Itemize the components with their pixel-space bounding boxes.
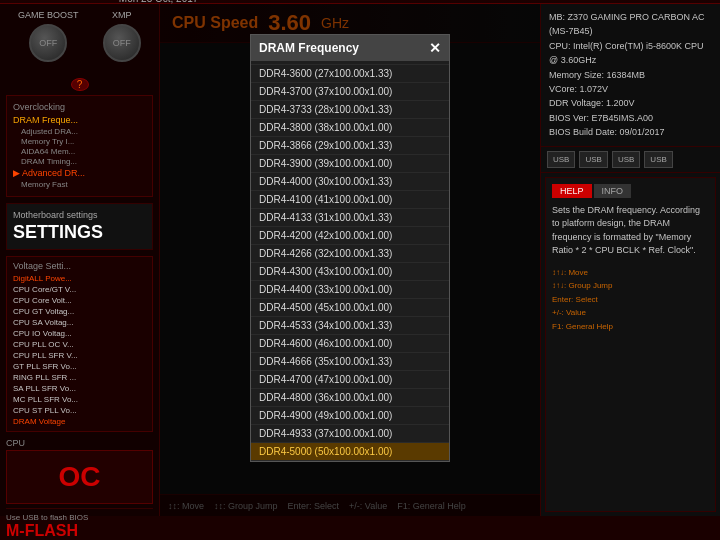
dram-modal-header: DRAM Frequency ✕ xyxy=(251,35,449,61)
cpu-sa-volt-item[interactable]: CPU SA Voltag... xyxy=(13,317,146,328)
dram-list-item[interactable]: DDR4-3733 (28x100.00x1.33) xyxy=(251,101,449,119)
help-keys-section: ↕↑↓: Move ↕↑↓: Group Jump Enter: Select … xyxy=(552,266,709,334)
dram-voltage-item[interactable]: DRAM Voltage xyxy=(13,416,146,427)
dram-list-item[interactable]: DDR4-4266 (32x100.00x1.33) xyxy=(251,245,449,263)
game-boost-label: GAME BOOST xyxy=(18,10,79,20)
memory-fast-item[interactable]: Memory Fast xyxy=(13,180,146,189)
cpu-pll-oc-item[interactable]: CPU PLL OC V... xyxy=(13,339,146,350)
dram-list-item[interactable]: DDR4-4100 (41x100.00x1.00) xyxy=(251,191,449,209)
dram-list-item[interactable]: DDR4-4200 (42x100.00x1.00) xyxy=(251,227,449,245)
help-tab[interactable]: HELP xyxy=(552,184,592,198)
left-sidebar: GAME BOOST OFF XMP OFF ? Overclocking DR… xyxy=(0,4,160,516)
key-group: ↕↑↓: Group Jump xyxy=(552,279,709,293)
help-tabs: HELP INFO xyxy=(552,184,709,198)
key-f1: F1: General Help xyxy=(552,320,709,334)
dram-list-item[interactable]: DDR4-4000 (30x100.00x1.33) xyxy=(251,173,449,191)
dram-list-item[interactable]: DDR4-4500 (45x100.00x1.00) xyxy=(251,299,449,317)
key-group-label: ↕↑↓: Group Jump xyxy=(552,279,612,293)
boost-section: GAME BOOST OFF XMP OFF xyxy=(6,10,153,66)
dram-list-item[interactable]: DDR4-4533 (34x100.00x1.33) xyxy=(251,317,449,335)
dram-list-item[interactable]: DDR4-3866 (29x100.00x1.33) xyxy=(251,137,449,155)
dram-list-item[interactable]: DDR4-4600 (46x100.00x1.00) xyxy=(251,335,449,353)
xmp-section: XMP OFF xyxy=(103,10,141,66)
dram-modal: DRAM Frequency ✕ DDR4-3200 (24x100.00x1.… xyxy=(250,34,450,462)
memory-try-item[interactable]: Memory Try I... xyxy=(13,137,146,146)
settings-title: Motherboard settings xyxy=(13,210,146,220)
game-boost-off: OFF xyxy=(39,38,57,48)
help-panel: HELP INFO Sets the DRAM frequency. Accor… xyxy=(545,177,716,512)
mc-pll-sfr-item[interactable]: MC PLL SFR Vo... xyxy=(13,394,146,405)
usb-icon-1: USB xyxy=(547,151,575,168)
dram-modal-overlay: DRAM Frequency ✕ DDR4-3200 (24x100.00x1.… xyxy=(160,4,540,516)
key-f1-label: F1: General Help xyxy=(552,320,613,334)
cpu-core-volt-item[interactable]: CPU Core Volt... xyxy=(13,295,146,306)
key-value: +/-: Value xyxy=(552,306,709,320)
dram-list-item[interactable]: DDR4-3600 (27x100.00x1.33) xyxy=(251,65,449,83)
dram-list-item[interactable]: DDR4-3700 (37x100.00x1.00) xyxy=(251,83,449,101)
cpu-label: CPU xyxy=(6,438,25,448)
dram-list-item[interactable]: DDR4-3800 (38x100.00x1.00) xyxy=(251,119,449,137)
usb-icons-section: USB USB USB USB xyxy=(541,147,720,173)
xmp-toggle[interactable]: OFF xyxy=(103,24,141,62)
advanced-dr-item[interactable]: ▶ Advanced DR... xyxy=(13,167,146,179)
cpu-pll-sfr-item[interactable]: CPU PLL SFR V... xyxy=(13,350,146,361)
mflash-label: Use USB to flash BIOS xyxy=(6,513,153,522)
dram-timing-item[interactable]: DRAM Timing... xyxy=(13,157,146,166)
center-content: CPU Speed 3.60 GHz DRAM Frequency ✕ DDR4… xyxy=(160,4,540,516)
usb-icon-4: USB xyxy=(644,151,672,168)
ring-pll-sfr-item[interactable]: RING PLL SFR ... xyxy=(13,372,146,383)
voltage-section: Voltage Setti... DigitALL Powe... CPU Co… xyxy=(6,256,153,432)
oc-big-text: OC xyxy=(17,461,142,493)
settings-big-label: SETTINGS xyxy=(13,222,146,243)
dram-frequency-list[interactable]: DDR4-3200 (24x100.00x1.33)DDR4-3300 (33x… xyxy=(251,61,449,461)
cpu-info: CPU: Intel(R) Core(TM) i5-8600K CPU @ 3.… xyxy=(549,39,712,68)
board-info: MB: Z370 GAMING PRO CARBON AC (MS-7B45) xyxy=(549,10,712,39)
gt-pll-sfr-item[interactable]: GT PLL SFR Vo... xyxy=(13,361,146,372)
usb-icon-2: USB xyxy=(579,151,607,168)
dram-list-item[interactable]: DDR4-4666 (35x100.00x1.33) xyxy=(251,353,449,371)
mflash-section: Use USB to flash BIOS M-FLASH xyxy=(6,508,153,540)
system-info: MB: Z370 GAMING PRO CARBON AC (MS-7B45) … xyxy=(541,4,720,147)
dram-list-item[interactable]: DDR4-5000 (50x100.00x1.00) xyxy=(251,443,449,461)
key-move: ↕↑↓: Move xyxy=(552,266,709,280)
cpu-io-volt-item[interactable]: CPU IO Voltag... xyxy=(13,328,146,339)
dram-list-item[interactable]: DDR4-4900 (49x100.00x1.00) xyxy=(251,407,449,425)
memory-info: Memory Size: 16384MB xyxy=(549,68,712,82)
bios-ver-info: BIOS Ver: E7B45IMS.A00 xyxy=(549,111,712,125)
aida64-mem-item[interactable]: AIDA64 Mem... xyxy=(13,147,146,156)
usb-icon-3: USB xyxy=(612,151,640,168)
oc-big-section: OC xyxy=(6,450,153,504)
mflash-big: M-FLASH xyxy=(6,522,153,540)
key-enter-label: Enter: Select xyxy=(552,293,598,307)
vcore-info: VCore: 1.072V xyxy=(549,82,712,96)
xmp-label: XMP xyxy=(103,10,141,20)
dram-list-item[interactable]: DDR4-4700 (47x100.00x1.00) xyxy=(251,371,449,389)
info-tab[interactable]: INFO xyxy=(594,184,632,198)
dram-list-item[interactable]: DDR4-4300 (43x100.00x1.00) xyxy=(251,263,449,281)
cpu-gt-volt-item[interactable]: CPU GT Voltag... xyxy=(13,306,146,317)
dram-list-item[interactable]: DDR4-4400 (33x100.00x1.00) xyxy=(251,281,449,299)
key-enter: Enter: Select xyxy=(552,293,709,307)
dram-modal-close-button[interactable]: ✕ xyxy=(429,40,441,56)
dram-list-item[interactable]: DDR4-4933 (37x100.00x1.00) xyxy=(251,425,449,443)
cpu-st-pll-item[interactable]: CPU ST PLL Vo... xyxy=(13,405,146,416)
key-value-label: +/-: Value xyxy=(552,306,586,320)
ddr-voltage-info: DDR Voltage: 1.200V xyxy=(549,96,712,110)
settings-section: Motherboard settings SETTINGS xyxy=(6,203,153,250)
game-boost-section: GAME BOOST OFF xyxy=(18,10,79,66)
digitall-power-item[interactable]: DigitALL Powe... xyxy=(13,273,146,284)
dram-list-item[interactable]: DDR4-4133 (31x100.00x1.33) xyxy=(251,209,449,227)
help-circle-icon[interactable]: ? xyxy=(71,78,89,91)
sa-pll-sfr-item[interactable]: SA PLL SFR Vo... xyxy=(13,383,146,394)
bios-date-info: BIOS Build Date: 09/01/2017 xyxy=(549,125,712,139)
dram-list-item[interactable]: DDR4-3900 (39x100.00x1.00) xyxy=(251,155,449,173)
main-layout: GAME BOOST OFF XMP OFF ? Overclocking DR… xyxy=(0,4,720,516)
dram-modal-title: DRAM Frequency xyxy=(259,41,359,55)
cpu-core-gt-item[interactable]: CPU Core/GT V... xyxy=(13,284,146,295)
game-boost-toggle[interactable]: OFF xyxy=(29,24,67,62)
overclocking-section: Overclocking DRAM Freque... Adjusted DRA… xyxy=(6,95,153,197)
adjusted-dram-item[interactable]: Adjusted DRA... xyxy=(13,127,146,136)
dram-freq-item[interactable]: DRAM Freque... xyxy=(13,114,146,126)
dram-list-item[interactable]: DDR4-4800 (36x100.00x1.00) xyxy=(251,389,449,407)
help-text-content: Sets the DRAM frequency. According to pl… xyxy=(552,204,709,258)
